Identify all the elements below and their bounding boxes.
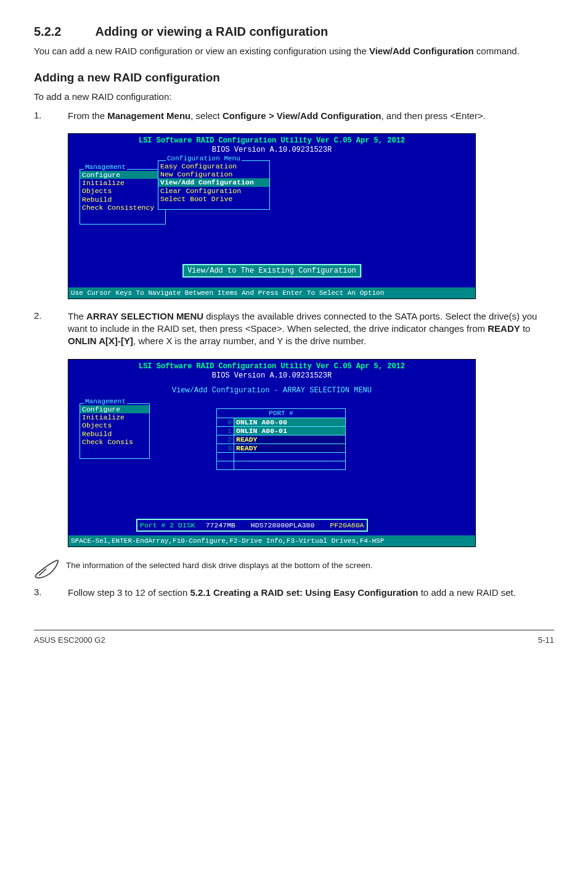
s1c: , select bbox=[190, 110, 223, 121]
bios1-header: LSI Software RAID Configuration Utility … bbox=[68, 134, 475, 158]
note-icon bbox=[34, 558, 60, 582]
info-rev: PF20A60A bbox=[330, 521, 364, 529]
mgmt-item[interactable]: Initialize bbox=[80, 179, 165, 187]
mgmt-item[interactable]: Configure bbox=[80, 405, 149, 413]
port-value: READY bbox=[234, 435, 346, 444]
management-menu-label: Management bbox=[84, 163, 127, 171]
port-index: 1 bbox=[216, 427, 234, 435]
s1d: Configure > View/Add Configuration bbox=[223, 110, 382, 121]
footer-left: ASUS ESC2000 G2 bbox=[34, 635, 105, 645]
port-row[interactable]: 0ONLIN A00-00 bbox=[216, 418, 346, 427]
bios1-status-box: View/Add to The Existing Configuration bbox=[182, 264, 361, 278]
note-callout: The information of the selected hard dis… bbox=[34, 558, 554, 582]
bios1-footer: Use Cursor Keys To Navigate Between Item… bbox=[68, 287, 475, 299]
page-footer: ASUS ESC2000 G2 5-11 bbox=[34, 630, 554, 645]
s2f: ONLIN A[X]-[Y] bbox=[68, 336, 133, 346]
port-row[interactable] bbox=[216, 461, 346, 470]
step-text-3: Follow step 3 to 12 of section 5.2.1 Cre… bbox=[68, 587, 554, 599]
port-value bbox=[234, 461, 346, 470]
port-row[interactable]: 2READY bbox=[216, 435, 346, 444]
management-menu-2[interactable]: Management ConfigureInitializeObjectsReb… bbox=[80, 403, 150, 459]
bios2-version: BIOS Version A.10.09231523R bbox=[68, 371, 475, 381]
mgmt-item[interactable]: Objects bbox=[80, 187, 165, 195]
port-value bbox=[234, 453, 346, 461]
bios-screenshot-1: LSI Software RAID Configuration Utility … bbox=[68, 133, 476, 299]
s3c: to add a new RAID set. bbox=[419, 587, 516, 598]
info-label: Port # 2 DISK bbox=[140, 521, 195, 529]
management-menu-2-label: Management bbox=[84, 398, 127, 405]
config-item[interactable]: View/Add Configuration bbox=[158, 178, 269, 186]
mgmt-item[interactable]: Check Consistency bbox=[80, 204, 165, 212]
intro-text-a: You can add a new RAID configuration or … bbox=[34, 46, 369, 56]
port-value: ONLIN A00-01 bbox=[234, 427, 346, 435]
port-index bbox=[216, 453, 234, 461]
port-index: 2 bbox=[216, 435, 234, 444]
bios1-title: LSI Software RAID Configuration Utility … bbox=[68, 136, 475, 146]
step-number-1: 1. bbox=[34, 110, 68, 122]
mgmt-item[interactable]: Rebuild bbox=[80, 430, 149, 438]
bios2-header: LSI Software RAID Configuration Utility … bbox=[68, 360, 475, 384]
port-table-header: PORT # bbox=[216, 408, 346, 418]
intro-paragraph: You can add a new RAID configuration or … bbox=[34, 45, 554, 57]
footer-right: 5-11 bbox=[538, 635, 554, 645]
subsection-title: Adding a new RAID configuration bbox=[34, 71, 554, 85]
s3b: 5.2.1 Creating a RAID set: Using Easy Co… bbox=[190, 587, 418, 598]
bios2-selection-label: View/Add Configuration - ARRAY SELECTION… bbox=[68, 386, 475, 395]
mgmt-item[interactable]: Check Consis bbox=[80, 438, 149, 446]
s3a: Follow step 3 to 12 of section bbox=[68, 587, 190, 598]
port-value: READY bbox=[234, 444, 346, 453]
bios1-version: BIOS Version A.10.09231523R bbox=[68, 146, 475, 155]
step-text-1: From the Management Menu, select Configu… bbox=[68, 110, 554, 122]
port-row[interactable]: 3READY bbox=[216, 444, 346, 453]
bios-screenshot-2: LSI Software RAID Configuration Utility … bbox=[68, 359, 476, 547]
config-item[interactable]: Select Boot Drive bbox=[158, 195, 269, 203]
s1e: , and then press <Enter>. bbox=[382, 110, 486, 121]
port-row[interactable]: 1ONLIN A00-01 bbox=[216, 427, 346, 435]
section-title: Adding or viewing a RAID configuration bbox=[95, 25, 328, 38]
port-table[interactable]: PORT # 0ONLIN A00-001ONLIN A00-012READY3… bbox=[216, 408, 346, 470]
section-header: 5.2.2 Adding or viewing a RAID configura… bbox=[34, 25, 554, 39]
port-index: 0 bbox=[216, 418, 234, 427]
s2e: to bbox=[520, 323, 531, 334]
port-index: 3 bbox=[216, 444, 234, 453]
mgmt-item[interactable]: Rebuild bbox=[80, 196, 165, 204]
config-item[interactable]: New Configuration bbox=[158, 170, 269, 178]
drive-info-bar: Port # 2 DISK 77247MB HDS728080PLA380 PF… bbox=[136, 519, 368, 532]
port-value: ONLIN A00-00 bbox=[234, 418, 346, 427]
step-text-2: The ARRAY SELECTION MENU displays the av… bbox=[68, 310, 554, 348]
s2b: ARRAY SELECTION MENU bbox=[86, 311, 203, 321]
s1b: Management Menu bbox=[107, 110, 190, 121]
bios2-footer: SPACE-Sel,ENTER-EndArray,F10-Configure,F… bbox=[68, 535, 475, 547]
info-model: HDS728080PLA380 bbox=[251, 521, 315, 529]
mgmt-item[interactable]: Configure bbox=[80, 171, 165, 179]
configuration-menu[interactable]: Configuration Menu Easy ConfigurationNew… bbox=[158, 160, 270, 210]
subsection-intro: To add a new RAID configuration: bbox=[34, 91, 554, 103]
config-item[interactable]: Easy Configuration bbox=[158, 162, 269, 170]
step-number-2: 2. bbox=[34, 310, 68, 348]
configuration-menu-label: Configuration Menu bbox=[166, 155, 242, 162]
s1a: From the bbox=[68, 110, 107, 121]
note-text: The information of the selected hard dis… bbox=[60, 558, 373, 570]
config-item[interactable]: Clear Configuration bbox=[158, 187, 269, 195]
port-index bbox=[216, 461, 234, 470]
bios2-title: LSI Software RAID Configuration Utility … bbox=[68, 362, 475, 372]
s2a: The bbox=[68, 311, 86, 321]
mgmt-item[interactable]: Objects bbox=[80, 421, 149, 429]
intro-bold: View/Add Configuration bbox=[369, 46, 474, 56]
info-size: 77247MB bbox=[206, 521, 235, 529]
management-menu[interactable]: Management ConfigureInitializeObjectsReb… bbox=[80, 169, 166, 225]
s2d: READY bbox=[488, 323, 520, 334]
s2g: , where X is the array number, and Y is … bbox=[133, 336, 366, 346]
port-row[interactable] bbox=[216, 453, 346, 461]
mgmt-item[interactable]: Initialize bbox=[80, 413, 149, 421]
intro-text-c: command. bbox=[474, 46, 520, 56]
step-number-3: 3. bbox=[34, 587, 68, 599]
section-number: 5.2.2 bbox=[34, 25, 92, 39]
